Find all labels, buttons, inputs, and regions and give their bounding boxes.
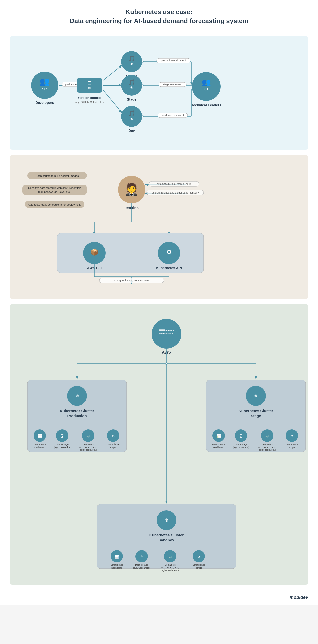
svg-text:(e.g. python, php,: (e.g. python, php, <box>161 566 179 569</box>
svg-text:nginx, redis, etc.): nginx, redis, etc.) <box>259 449 276 451</box>
svg-text:production enviroment: production enviroment <box>161 59 186 62</box>
svg-text:DataScience: DataScience <box>107 443 119 446</box>
svg-text:⎈: ⎈ <box>165 516 168 523</box>
svg-text:◉: ◉ <box>130 86 133 89</box>
svg-text:Data storage: Data storage <box>235 443 248 446</box>
section-3: ≋≋≋ amazon web services AWS ⎈ Kubernetes… <box>10 304 308 585</box>
svg-text:Stage: Stage <box>127 98 136 102</box>
svg-text:DataScience: DataScience <box>212 443 225 446</box>
svg-text:Kubernetes Cluster: Kubernetes Cluster <box>149 533 184 537</box>
svg-text:🎵: 🎵 <box>128 55 135 62</box>
svg-text:🗄: 🗄 <box>239 434 243 438</box>
svg-text:approve release and trigger bu: approve release and trigger build manual… <box>152 192 199 194</box>
svg-point-19 <box>121 75 142 96</box>
svg-text:Sensitive data stored in Jenki: Sensitive data stored in Jenkins Credent… <box>28 186 81 190</box>
svg-text:nginx, redis, etc.): nginx, redis, etc.) <box>162 569 179 572</box>
svg-text:Sandbox: Sandbox <box>159 538 174 542</box>
page-container: Kubernetes use case: Data engineering fo… <box>0 0 318 605</box>
svg-text:Dashboard: Dashboard <box>111 567 122 569</box>
svg-text:👥: 👥 <box>202 78 211 87</box>
svg-text:Dashboard: Dashboard <box>34 446 45 449</box>
svg-text:Containers: Containers <box>262 443 273 446</box>
svg-text:⚙: ⚙ <box>166 248 172 256</box>
section2-diagram: Bash scripts to build docker images Sens… <box>17 165 316 289</box>
svg-text:Kubernetes Cluster: Kubernetes Cluster <box>60 408 94 413</box>
svg-text:◉: ◉ <box>130 117 133 120</box>
svg-text:Containers: Containers <box>83 443 94 446</box>
svg-point-38 <box>142 116 144 117</box>
svg-text:🐳: 🐳 <box>265 434 269 438</box>
svg-text:stage enviroment: stage enviroment <box>163 83 182 86</box>
svg-text:🗄: 🗄 <box>60 434 64 438</box>
svg-text:sandbox enviroment: sandbox enviroment <box>161 114 184 116</box>
svg-text:(e.g. Cassandra): (e.g. Cassandra) <box>233 446 249 449</box>
svg-point-15 <box>121 51 142 72</box>
svg-text:Containers: Containers <box>165 564 176 566</box>
svg-point-23 <box>121 106 142 127</box>
svg-text:▦: ▦ <box>88 86 91 90</box>
svg-text:(e.g. Cassandra): (e.g. Cassandra) <box>133 567 150 569</box>
svg-text:🤵: 🤵 <box>124 182 139 196</box>
section-2: Bash scripts to build docker images Sens… <box>10 155 308 299</box>
svg-point-42 <box>192 72 221 101</box>
svg-point-28 <box>142 61 144 62</box>
svg-line-12 <box>103 65 122 80</box>
svg-point-33 <box>142 84 144 86</box>
svg-text:Kubernetes Cluster: Kubernetes Cluster <box>239 408 273 413</box>
section3-diagram: ≋≋≋ amazon web services AWS ⎈ Kubernetes… <box>17 314 316 575</box>
svg-text:push code: push code <box>65 83 77 86</box>
svg-text:Dashboard: Dashboard <box>213 446 224 449</box>
title-section: Kubernetes use case: Data engineering fo… <box>0 0 318 30</box>
svg-text:🐳: 🐳 <box>86 434 90 438</box>
svg-text:Developers: Developers <box>35 101 54 105</box>
svg-text:🗄: 🗄 <box>140 555 143 559</box>
section1-diagram: 👥 </> Developers push code ⊟ ▦ Version c… <box>17 46 316 140</box>
svg-line-14 <box>103 90 122 112</box>
svg-text:Dev: Dev <box>128 129 135 133</box>
page-title: Kubernetes use case: Data engineering fo… <box>5 8 313 26</box>
svg-text:scripts: scripts <box>196 567 202 569</box>
svg-text:Version control: Version control <box>78 96 101 100</box>
svg-text:(e.g. Cassandra): (e.g. Cassandra) <box>54 446 70 449</box>
svg-text:scripts: scripts <box>110 446 116 449</box>
section-1: 👥 </> Developers push code ⊟ ▦ Version c… <box>10 36 308 150</box>
svg-text:</>: </> <box>42 87 47 90</box>
svg-text:⊟: ⊟ <box>87 80 92 86</box>
svg-text:🐳: 🐳 <box>168 555 172 559</box>
svg-text:🎵: 🎵 <box>128 110 135 116</box>
svg-text:⚙: ⚙ <box>291 434 294 438</box>
svg-text:DataScience: DataScience <box>110 564 123 566</box>
svg-text:⚙: ⚙ <box>204 87 208 92</box>
svg-text:Stage: Stage <box>251 414 261 418</box>
svg-text:⎈: ⎈ <box>75 392 79 399</box>
svg-text:(e.g. GitHub, GitLab, etc.): (e.g. GitHub, GitLab, etc.) <box>75 101 104 104</box>
svg-text:📊: 📊 <box>38 434 42 438</box>
svg-text:⚙: ⚙ <box>112 434 115 438</box>
svg-text:DataScience: DataScience <box>192 564 205 566</box>
brand-logo: mobidev <box>290 595 308 600</box>
svg-text:◉: ◉ <box>130 62 133 66</box>
svg-text:≋≋≋ amazon: ≋≋≋ amazon <box>159 329 174 331</box>
svg-text:⚙: ⚙ <box>197 555 201 559</box>
svg-text:web services: web services <box>159 332 173 335</box>
svg-text:(e.g. python, php,: (e.g. python, php, <box>258 446 276 448</box>
footer: mobidev <box>0 590 318 605</box>
svg-text:📦: 📦 <box>90 248 99 256</box>
svg-text:📊: 📊 <box>115 555 119 559</box>
svg-text:Production: Production <box>67 414 87 418</box>
svg-text:automatic builds / manual buil: automatic builds / manual build <box>157 183 191 186</box>
svg-text:🎵: 🎵 <box>128 79 135 86</box>
svg-text:Data storage: Data storage <box>56 443 68 446</box>
svg-text:Data storage: Data storage <box>135 564 148 566</box>
svg-text:⎈: ⎈ <box>254 392 258 399</box>
svg-text:DataScience: DataScience <box>33 443 46 446</box>
svg-text:Bash scripts to build docker i: Bash scripts to build docker images <box>35 174 79 178</box>
svg-text:configuration and code updates: configuration and code updates <box>114 279 149 282</box>
svg-text:nginx, redis, etc.): nginx, redis, etc.) <box>80 449 97 451</box>
svg-text:(e.g. python, php,: (e.g. python, php, <box>79 446 97 448</box>
svg-text:👥: 👥 <box>40 76 50 86</box>
svg-text:scripts: scripts <box>289 446 295 449</box>
svg-text:📊: 📊 <box>217 434 221 438</box>
svg-text:(e.g. passwords, keys, etc.): (e.g. passwords, keys, etc.) <box>38 190 71 193</box>
svg-text:DataScience: DataScience <box>286 443 298 446</box>
